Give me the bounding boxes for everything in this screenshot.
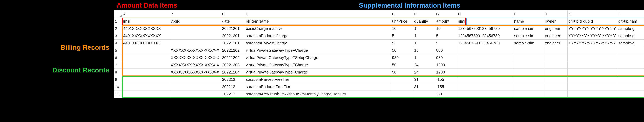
col-letter-h[interactable]: H xyxy=(457,11,513,18)
cell-name[interactable] xyxy=(513,83,544,90)
cell-simid[interactable] xyxy=(457,47,513,54)
cell-groupid[interactable] xyxy=(568,76,617,83)
cell-unitprice[interactable]: 5 xyxy=(391,32,413,40)
cell-owner[interactable] xyxy=(544,61,568,69)
cell-owner[interactable] xyxy=(544,83,568,90)
cell-name[interactable]: sample-sim xyxy=(513,32,544,40)
cell-quantity[interactable]: 31 xyxy=(413,83,435,90)
cell-simid[interactable]: 1234567890123456780 xyxy=(457,40,513,47)
col-letter-j[interactable]: J xyxy=(544,11,568,18)
col-letter-e[interactable]: E xyxy=(391,11,413,18)
cell-groupname[interactable] xyxy=(617,61,644,69)
col-letter-i[interactable]: I xyxy=(513,11,544,18)
cell-name[interactable] xyxy=(513,76,544,83)
cell-amount[interactable]: -80 xyxy=(435,90,457,98)
cell-billitemname[interactable]: soracomArcVirtualSimWithoutSimMonthlyCha… xyxy=(245,90,391,98)
cell-groupid[interactable] xyxy=(568,47,617,54)
cell-amount[interactable]: 1200 xyxy=(435,69,457,76)
cell-vpgid[interactable]: XXXXXXXX-XXXX-XXXX-X xyxy=(170,69,221,76)
header-vpgid[interactable]: vpgId xyxy=(170,18,221,25)
cell-groupname[interactable] xyxy=(617,90,644,98)
row-num[interactable]: 4 xyxy=(114,40,122,47)
cell-vpgid[interactable] xyxy=(170,76,221,83)
cell-imsi[interactable] xyxy=(122,54,170,61)
header-quantity[interactable]: quantity xyxy=(413,18,435,25)
cell-billitemname[interactable]: virtualPrivateGatewayTypeFCharge xyxy=(245,47,391,54)
col-letter-c[interactable]: C xyxy=(221,11,245,18)
cell-amount[interactable]: 980 xyxy=(435,54,457,61)
cell-simid[interactable] xyxy=(457,76,513,83)
cell-unitprice[interactable]: 50 xyxy=(391,69,413,76)
header-owner[interactable]: owner xyxy=(544,18,568,25)
cell-simid[interactable] xyxy=(457,83,513,90)
cell-groupid[interactable] xyxy=(568,61,617,69)
col-letter-d[interactable]: D xyxy=(245,11,391,18)
cell-amount[interactable]: 10 xyxy=(435,25,457,32)
cell-amount[interactable]: 1200 xyxy=(435,61,457,69)
cell-owner[interactable]: engineer xyxy=(544,25,568,32)
cell-vpgid[interactable]: XXXXXXXX-XXXX-XXXX-X xyxy=(170,47,221,54)
cell-groupname[interactable]: sample-g xyxy=(617,40,644,47)
cell-owner[interactable] xyxy=(544,54,568,61)
cell-groupid[interactable] xyxy=(568,83,617,90)
cell-quantity[interactable]: 1 xyxy=(413,25,435,32)
cell-date[interactable]: 20221201 xyxy=(221,32,245,40)
cell-unitprice[interactable] xyxy=(391,83,413,90)
row-num-1[interactable]: 1 xyxy=(114,18,122,25)
col-letter-b[interactable]: B xyxy=(170,11,221,18)
cell-imsi[interactable] xyxy=(122,69,170,76)
cell-groupname[interactable] xyxy=(617,76,644,83)
cell-name[interactable] xyxy=(513,90,544,98)
cell-owner[interactable] xyxy=(544,76,568,83)
cell-name[interactable] xyxy=(513,54,544,61)
row-num[interactable]: 2 xyxy=(114,25,122,32)
cell-amount[interactable]: 5 xyxy=(435,40,457,47)
cell-simid[interactable] xyxy=(457,61,513,69)
cell-simid[interactable]: 1234567890123456780 xyxy=(457,32,513,40)
cell-groupname[interactable] xyxy=(617,83,644,90)
cell-billitemname[interactable]: soracomEndorseCharge xyxy=(245,32,391,40)
cell-owner[interactable]: engineer xyxy=(544,32,568,40)
cell-simid[interactable]: 1234567890123456780 xyxy=(457,25,513,32)
cell-date[interactable]: 202212 xyxy=(221,83,245,90)
row-num[interactable]: 8 xyxy=(114,69,122,76)
cell-owner[interactable] xyxy=(544,90,568,98)
cell-date[interactable]: 202212 xyxy=(221,76,245,83)
cell-groupname[interactable] xyxy=(617,54,644,61)
cell-unitprice[interactable]: 10 xyxy=(391,25,413,32)
cell-imsi[interactable] xyxy=(122,61,170,69)
cell-date[interactable]: 20221203 xyxy=(221,61,245,69)
cell-quantity[interactable]: 31 xyxy=(413,76,435,83)
cell-imsi[interactable] xyxy=(122,90,170,98)
cell-imsi[interactable] xyxy=(122,83,170,90)
select-all-corner[interactable] xyxy=(114,11,122,18)
cell-groupid[interactable]: YYYYYYYY-YYYY-YYYY-Y xyxy=(568,40,617,47)
cell-groupname[interactable]: sample-g xyxy=(617,32,644,40)
cell-name[interactable] xyxy=(513,47,544,54)
cell-vpgid[interactable] xyxy=(170,40,221,47)
cell-billitemname[interactable]: virtualPrivateGatewayTypeFCharge xyxy=(245,61,391,69)
header-billitemname[interactable]: billItemName xyxy=(245,18,391,25)
cell-billitemname[interactable]: soracomHarvestCharge xyxy=(245,40,391,47)
col-letter-k[interactable]: K xyxy=(568,11,617,18)
cell-simid[interactable] xyxy=(457,90,513,98)
cell-name[interactable] xyxy=(513,69,544,76)
cell-date[interactable]: 20221201 xyxy=(221,25,245,32)
cell-groupid[interactable] xyxy=(568,54,617,61)
cell-quantity[interactable]: 1 xyxy=(413,32,435,40)
cell-amount[interactable]: -155 xyxy=(435,83,457,90)
cell-unitprice[interactable]: 980 xyxy=(391,54,413,61)
cell-date[interactable]: 20221201 xyxy=(221,40,245,47)
header-unitprice[interactable]: unitPrice xyxy=(391,18,413,25)
cell-billitemname[interactable]: soracomHarvestFreeTier xyxy=(245,76,391,83)
cell-billitemname[interactable]: virtualPrivateGatewayTypeFCharge xyxy=(245,69,391,76)
cell-vpgid[interactable] xyxy=(170,32,221,40)
cell-vpgid[interactable] xyxy=(170,83,221,90)
cell-billitemname[interactable]: virtualPrivateGatewayTypeFSetupCharge xyxy=(245,54,391,61)
cell-unitprice[interactable]: 50 xyxy=(391,61,413,69)
cell-billitemname[interactable]: basicCharge-inactive xyxy=(245,25,391,32)
cell-vpgid[interactable]: XXXXXXXX-XXXX-XXXX-X xyxy=(170,54,221,61)
cell-imsi[interactable]: 4401XXXXXXXXXXX xyxy=(122,32,170,40)
cell-date[interactable]: 202212 xyxy=(221,90,245,98)
cell-quantity[interactable]: 1 xyxy=(413,40,435,47)
